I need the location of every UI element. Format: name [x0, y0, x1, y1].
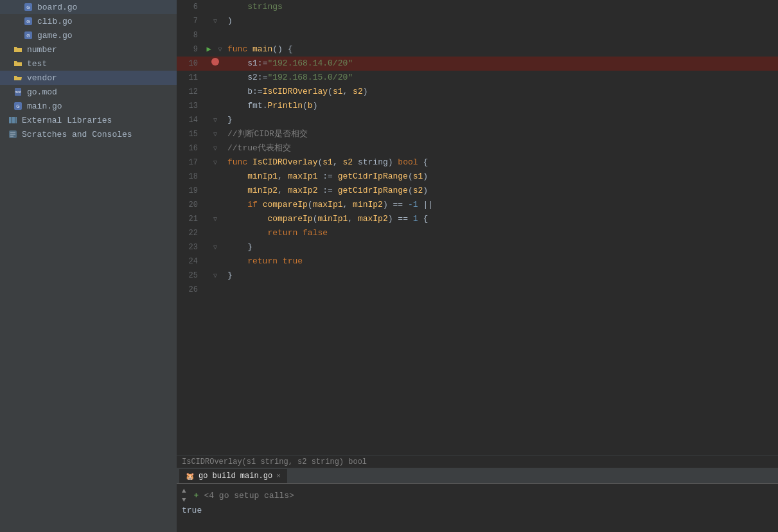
- line-number: 25: [177, 269, 206, 283]
- table-row: 26: [177, 283, 778, 297]
- code-line: ): [225, 14, 778, 28]
- code-hint: IsCIDROverlay(s1 string, s2 string) bool: [177, 456, 778, 468]
- table-row: 6 strings: [177, 0, 778, 14]
- code-line: strings: [225, 0, 778, 14]
- table-row: 15 ▽ //判断CIDR是否相交: [177, 127, 778, 141]
- gutter-15: ▽: [206, 127, 225, 141]
- sidebar-item-game-go[interactable]: G game.go: [0, 28, 177, 42]
- gutter-23: ▽: [206, 240, 225, 254]
- bottom-row-calls: ▲ ▼ + <4 go setup calls>: [182, 486, 773, 504]
- table-row: 8: [177, 28, 778, 42]
- gutter-19: [206, 184, 225, 198]
- table-row: 14 ▽ }: [177, 113, 778, 127]
- sidebar-item-go-mod[interactable]: mod go.mod: [0, 85, 177, 99]
- fold-btn[interactable]: ▽: [211, 145, 219, 153]
- sidebar-item-vendor[interactable]: vendor: [0, 71, 177, 85]
- sidebar-item-label: main.go: [27, 102, 62, 111]
- code-line: func IsCIDROverlay(s1, s2 string) bool {: [225, 155, 778, 170]
- line-number: 26: [177, 283, 206, 297]
- code-line: fmt.Println(b): [225, 99, 778, 113]
- line-number: 15: [177, 127, 206, 141]
- sidebar-item-board-go[interactable]: G board.go: [0, 0, 177, 14]
- sidebar-item-label: go.mod: [27, 87, 57, 97]
- line-number: 17: [177, 155, 206, 170]
- fold-btn[interactable]: ▽: [211, 131, 219, 139]
- sidebar-item-test[interactable]: test: [0, 57, 177, 71]
- code-line: return true: [225, 254, 778, 269]
- line-number: 11: [177, 71, 206, 85]
- expand-calls-button[interactable]: +: [194, 491, 199, 501]
- code-area[interactable]: 6 strings 7 ▽ ) 8: [177, 0, 778, 456]
- breakpoint[interactable]: [211, 58, 219, 66]
- table-row: 9 ▶ ▽ func main() {: [177, 42, 778, 57]
- sidebar-item-label: Scratches and Consoles: [22, 130, 132, 139]
- go-file-icon: G: [23, 2, 33, 12]
- sidebar-item-number[interactable]: number: [0, 42, 177, 57]
- output-text: true: [182, 506, 202, 515]
- sidebar-item-scratches[interactable]: Scratches and Consoles: [0, 127, 177, 141]
- main-container: G board.go G clib.go G game.go numbe: [0, 0, 778, 532]
- fold-btn[interactable]: ▽: [211, 216, 219, 224]
- nav-down-arrow[interactable]: ▼: [182, 495, 186, 504]
- sidebar-item-clib-go[interactable]: G clib.go: [0, 14, 177, 28]
- bottom-row-output: true: [182, 506, 773, 515]
- table-row: 13 fmt.Println(b): [177, 99, 778, 113]
- table-row: 23 ▽ }: [177, 240, 778, 254]
- gutter-8: [206, 28, 225, 42]
- gutter-18: [206, 170, 225, 184]
- gutter-24: [206, 254, 225, 269]
- fold-btn[interactable]: ▽: [211, 272, 219, 280]
- fold-btn[interactable]: ▽: [211, 117, 219, 125]
- go-file-icon: G: [23, 30, 33, 40]
- table-row: 11 s2:="192.168.15.0/20": [177, 71, 778, 85]
- run-button[interactable]: ▶: [206, 45, 211, 54]
- svg-rect-12: [15, 117, 17, 123]
- sidebar-item-label: External Libraries: [22, 116, 112, 125]
- sidebar-item-label: number: [27, 45, 57, 55]
- code-line: s2:="192.168.15.0/20": [225, 71, 778, 85]
- line-number: 16: [177, 141, 206, 155]
- sidebar-item-label: test: [27, 59, 47, 69]
- table-row: 12 b:=IsCIDROverlay(s1, s2): [177, 85, 778, 99]
- code-line: [225, 283, 778, 297]
- code-line: minIp1, maxIp1 := getCidrIpRange(s1): [225, 170, 778, 184]
- bottom-tab-go-build[interactable]: 🐹 go build main.go ×: [179, 469, 287, 483]
- code-line: //true代表相交: [225, 141, 778, 155]
- svg-rect-10: [9, 117, 12, 123]
- fold-btn[interactable]: ▽: [211, 18, 219, 26]
- fold-btn[interactable]: ▽: [211, 159, 219, 167]
- line-number: 7: [177, 14, 206, 28]
- bottom-tab-close[interactable]: ×: [276, 472, 281, 480]
- editor: 6 strings 7 ▽ ) 8: [177, 0, 778, 532]
- code-hint-text: IsCIDROverlay(s1 string, s2 string) bool: [182, 457, 367, 466]
- code-line: s1:="192.168.14.0/20": [225, 57, 778, 71]
- svg-text:G: G: [26, 19, 30, 24]
- nav-up-arrow[interactable]: ▲: [182, 486, 186, 495]
- line-number: 19: [177, 184, 206, 198]
- calls-text: <4 go setup calls>: [204, 491, 294, 501]
- go-tab-icon: 🐹: [186, 472, 195, 481]
- bottom-content: ▲ ▼ + <4 go setup calls> true: [177, 484, 778, 532]
- bottom-tabs: 🐹 go build main.go ×: [177, 469, 778, 484]
- fold-btn[interactable]: ▽: [211, 244, 219, 252]
- table-row: 22 return false: [177, 226, 778, 240]
- svg-text:G: G: [26, 33, 30, 38]
- fold-btn[interactable]: ▽: [217, 46, 224, 54]
- sidebar-item-main-go[interactable]: G main.go: [0, 99, 177, 113]
- sidebar: G board.go G clib.go G game.go numbe: [0, 0, 177, 532]
- go-file-icon: G: [23, 16, 33, 26]
- table-row: 18 minIp1, maxIp1 := getCidrIpRange(s1): [177, 170, 778, 184]
- line-number: 23: [177, 240, 206, 254]
- sidebar-item-label: clib.go: [37, 17, 73, 26]
- code-line: if compareIp(maxIp1, minIp2) == -1 ||: [225, 198, 778, 212]
- code-line: minIp2, maxIp2 := getCidrIpRange(s2): [225, 184, 778, 198]
- bottom-panel: 🐹 go build main.go × ▲ ▼ + <4 go setup c…: [177, 468, 778, 532]
- gutter-21: ▽: [206, 212, 225, 226]
- code-line: }: [225, 113, 778, 127]
- code-line: [225, 28, 778, 42]
- sidebar-item-external-libs[interactable]: External Libraries: [0, 113, 177, 127]
- gutter-12: [206, 85, 225, 99]
- library-icon: [8, 115, 18, 125]
- line-number: 18: [177, 170, 206, 184]
- gutter-6: [206, 0, 225, 14]
